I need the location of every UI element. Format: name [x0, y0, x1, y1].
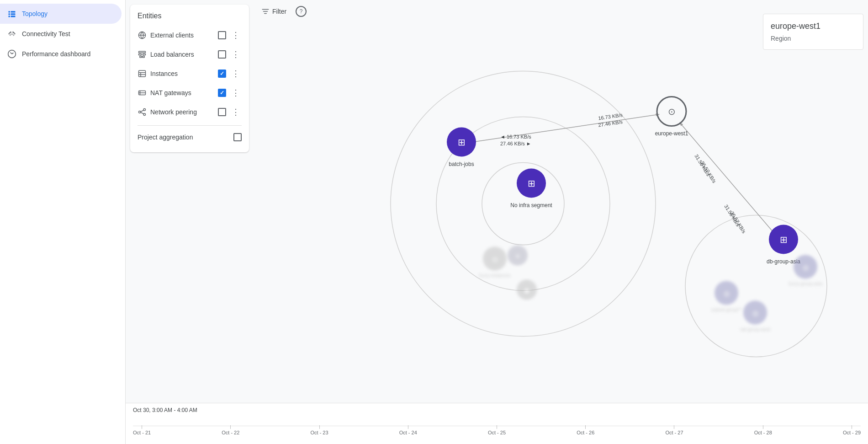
bw-right-bottom-label2: 35.57 KB/s [729, 210, 747, 234]
network-peering-more[interactable]: ⋮ [230, 106, 242, 118]
svg-text:fuzzy-group-asia: fuzzy-group-asia [789, 281, 822, 286]
entities-title: Entities [138, 12, 242, 20]
svg-rect-41 [143, 54, 146, 55]
external-clients-checkbox[interactable] [218, 31, 226, 39]
entity-row-external-clients: External clients ⋮ [138, 26, 242, 45]
svg-text:⊞: ⊞ [458, 137, 466, 147]
svg-line-55 [141, 112, 143, 114]
timeline-tick: Oct - 29 [843, 425, 861, 435]
sidebar-performance-label: Performance dashboard [22, 50, 90, 58]
timeline-tick: Oct - 28 [754, 425, 772, 435]
svg-rect-40 [139, 54, 142, 55]
nat-gateways-checkbox[interactable] [218, 89, 226, 97]
timeline: Oct 30, 3:00 AM - 4:00 AM Oct - 21Oct - … [126, 403, 868, 444]
svg-rect-43 [143, 56, 145, 58]
sidebar-item-connectivity[interactable]: Connectivity Test [0, 24, 122, 44]
instances-label: Instances [150, 70, 214, 77]
nat-icon [138, 88, 147, 97]
nat-gateways-more[interactable]: ⋮ [230, 87, 242, 99]
svg-text:⊙: ⊙ [803, 264, 809, 272]
bw-batch-label1: ◄ 16.73 KB/s [500, 134, 531, 139]
region-name: europe-west1 [771, 21, 856, 31]
help-button[interactable]: ? [296, 6, 307, 17]
svg-point-52 [143, 109, 146, 111]
sidebar-connectivity-label: Connectivity Test [22, 30, 70, 37]
sidebar-item-topology[interactable]: Topology [0, 4, 122, 24]
timeline-tick: Oct - 27 [665, 425, 683, 435]
svg-point-51 [139, 111, 141, 113]
svg-text:⊙: ⊙ [752, 310, 758, 317]
sidebar-item-performance[interactable]: Performance dashboard [0, 44, 122, 64]
instances-checkbox[interactable] [218, 70, 226, 78]
node-batch-jobs[interactable]: ⊞ batch-jobs [447, 128, 476, 167]
svg-rect-5 [11, 16, 16, 17]
svg-text:⊙: ⊙ [724, 290, 730, 298]
timeline-ticks: Oct - 21Oct - 22Oct - 23Oct - 24Oct - 25… [133, 425, 861, 435]
svg-text:≡: ≡ [516, 252, 519, 260]
timeline-tick: Oct - 23 [310, 425, 328, 435]
svg-text:nat-group-west: nat-group-west [740, 327, 771, 332]
filter-label: Filter [272, 8, 286, 15]
svg-line-54 [141, 110, 143, 112]
timeline-tick: Oct - 24 [399, 425, 417, 435]
timeline-range-label: Oct 30, 3:00 AM - 4:00 AM [133, 407, 861, 413]
node-nat-group-west: ⊙ nat-group-west [740, 301, 771, 332]
node-europe-west1[interactable]: ⊙ europe-west1 [655, 97, 688, 137]
sidebar-topology-label: Topology [22, 10, 48, 17]
connectivity-icon [7, 29, 16, 38]
sidebar: Topology Connectivity Test Performance d… [0, 0, 126, 444]
svg-text:europe-west1: europe-west1 [655, 130, 688, 137]
filter-button[interactable]: Filter [256, 5, 292, 18]
svg-text:⊙: ⊙ [492, 256, 498, 263]
instances-more[interactable]: ⋮ [230, 68, 242, 80]
load-balancers-checkbox[interactable] [218, 50, 226, 59]
load-balancers-label: Load balancers [150, 51, 214, 58]
project-aggregation-row: Project aggregation [138, 129, 242, 145]
svg-text:⊞: ⊞ [780, 235, 788, 245]
region-panel: europe-west1 Region [763, 14, 863, 50]
external-clients-more[interactable]: ⋮ [230, 29, 242, 41]
svg-rect-44 [139, 70, 146, 77]
timeline-tick: Oct - 26 [577, 425, 594, 435]
timeline-axis: Oct - 21Oct - 22Oct - 23Oct - 24Oct - 25… [133, 417, 861, 435]
dashboard-icon [7, 49, 16, 59]
peering-icon [138, 107, 147, 117]
entity-row-network-peering: Network peering ⋮ [138, 102, 242, 122]
node-nat2: ◉ [517, 280, 537, 300]
project-aggregation-label: Project aggregation [138, 134, 230, 141]
project-aggregation-checkbox[interactable] [233, 133, 242, 141]
entity-row-nat-gateways: NAT gateways ⋮ [138, 83, 242, 102]
bw-batch-label2: 27.46 KB/s ► [500, 141, 531, 146]
svg-rect-39 [139, 51, 146, 53]
lb-icon [138, 50, 147, 59]
svg-text:batch-jobs: batch-jobs [449, 161, 474, 167]
svg-text:◉: ◉ [524, 287, 529, 294]
node-no-infra[interactable]: ⊞ No infra segment [510, 169, 552, 209]
svg-rect-3 [11, 13, 16, 15]
network-peering-label: Network peering [150, 108, 214, 116]
svg-text:⊞: ⊞ [528, 178, 535, 188]
globe-icon [138, 31, 147, 40]
entity-row-instances: Instances ⋮ [138, 64, 242, 83]
timeline-tick: Oct - 22 [222, 425, 239, 435]
svg-rect-4 [9, 16, 10, 17]
svg-text:fuzzy-instances: fuzzy-instances [479, 273, 511, 278]
node-subnet-group: ⊙ subnet-group** [711, 281, 742, 312]
svg-rect-2 [9, 13, 10, 15]
filter-bar: Filter ? [256, 5, 307, 18]
menu-icon [7, 9, 16, 18]
svg-rect-1 [11, 11, 16, 12]
connection-europe-asia [681, 124, 774, 234]
svg-text:No infra segment: No infra segment [510, 202, 552, 209]
svg-point-53 [143, 113, 146, 116]
node-fuzzy1: ⊙ fuzzy-instances [479, 247, 511, 278]
node-nat1: ≡ [508, 246, 528, 266]
load-balancers-more[interactable]: ⋮ [230, 48, 242, 60]
filter-icon [261, 7, 270, 16]
nat-gateways-label: NAT gateways [150, 89, 214, 96]
network-peering-checkbox[interactable] [218, 108, 226, 116]
main-content: Filter ? [126, 0, 868, 444]
entities-panel: Entities External clients ⋮ [130, 5, 249, 152]
help-icon: ? [300, 8, 303, 15]
svg-rect-0 [9, 11, 10, 12]
